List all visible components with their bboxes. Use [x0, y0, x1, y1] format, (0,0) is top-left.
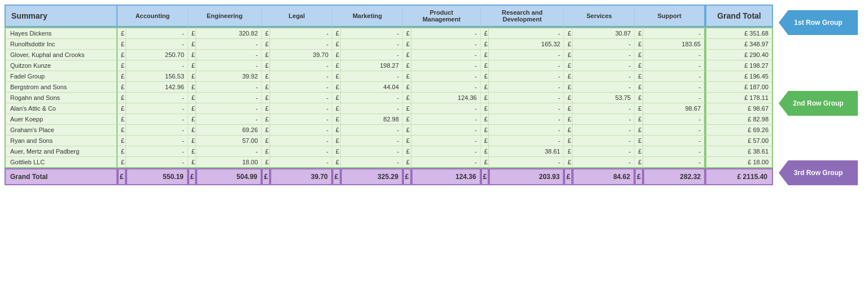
- currency-symbol-services: £: [564, 93, 572, 103]
- currency-symbol-legal: £: [262, 82, 270, 93]
- 3rd-row-group-arrow: 3rd Row Group: [779, 160, 858, 185]
- val-support: 98.67: [643, 103, 705, 114]
- currency-symbol-accounting: £: [118, 136, 126, 146]
- currency-symbol-marketing: £: [332, 103, 341, 114]
- 1st-row-group-label: 1st Row Group: [794, 19, 842, 27]
- val-marketing: 82.98: [341, 114, 403, 125]
- val-marketing: -: [341, 27, 403, 39]
- val-engineering: -: [196, 82, 262, 93]
- col-header-accounting: Accounting: [118, 5, 188, 27]
- currency-symbol-marketing: £: [332, 136, 341, 146]
- currency-symbol-accounting: £: [118, 125, 126, 136]
- val-engineering: 57.00: [196, 136, 262, 146]
- val-services: 30.87: [572, 27, 635, 39]
- grand-total-header: Grand Total: [705, 5, 773, 27]
- val-engineering: -: [196, 114, 262, 125]
- val-research: -: [489, 157, 564, 168]
- currency-symbol-services: £: [564, 136, 572, 146]
- currency-symbol-support: £: [635, 114, 643, 125]
- val-support: -: [643, 93, 705, 103]
- val-research: -: [489, 136, 564, 146]
- currency-symbol-services: £: [564, 114, 572, 125]
- currency-symbol-engineering: £: [188, 114, 197, 125]
- currency-symbol-accounting: £: [118, 157, 126, 168]
- val-services: -: [572, 146, 635, 157]
- val-services: -: [572, 71, 635, 82]
- gt-currency-marketing: £: [332, 168, 341, 185]
- val-product: -: [411, 39, 481, 50]
- currency-symbol-engineering: £: [188, 71, 197, 82]
- currency-symbol-product: £: [403, 93, 411, 103]
- currency-symbol-accounting: £: [118, 50, 126, 60]
- row-name: Runolfsdottir Inc: [5, 39, 118, 50]
- currency-symbol-research: £: [481, 71, 489, 82]
- val-accounting: -: [126, 27, 188, 39]
- val-research: -: [489, 82, 564, 93]
- row-name: Quitzon Kunze: [5, 60, 118, 71]
- val-product: -: [411, 146, 481, 157]
- row-grand-total: £ 98.67: [705, 103, 773, 114]
- val-product: -: [411, 136, 481, 146]
- val-legal: -: [270, 82, 332, 93]
- val-legal: -: [270, 103, 332, 114]
- val-marketing: -: [341, 71, 403, 82]
- col-header-legal: Legal: [262, 5, 332, 27]
- currency-symbol-research: £: [481, 103, 489, 114]
- table-row: Gottlieb LLC£-£18.00£-£-£-£-£-£-£ 18.00: [5, 157, 773, 168]
- val-research: 165.32: [489, 39, 564, 50]
- currency-symbol-services: £: [564, 71, 572, 82]
- currency-symbol-marketing: £: [332, 93, 341, 103]
- currency-symbol-services: £: [564, 39, 572, 50]
- val-research: -: [489, 50, 564, 60]
- table-row: Hayes Dickens£-£320.82£-£-£-£-£30.87£-£ …: [5, 27, 773, 39]
- row-grand-total: £ 351.68: [705, 27, 773, 39]
- currency-symbol-engineering: £: [188, 146, 197, 157]
- table-row: Bergstrom and Sons£142.96£-£-£44.04£-£-£…: [5, 82, 773, 93]
- val-services: -: [572, 50, 635, 60]
- currency-symbol-engineering: £: [188, 136, 197, 146]
- val-engineering: 39.92: [196, 71, 262, 82]
- currency-symbol-product: £: [403, 114, 411, 125]
- currency-symbol-marketing: £: [332, 114, 341, 125]
- gt-val-research: 203.93: [489, 168, 564, 185]
- currency-symbol-legal: £: [262, 146, 270, 157]
- row-grand-total: £ 187.00: [705, 82, 773, 93]
- row-groups-section: 1st Row Group 2nd Row Group 3rd Row Grou…: [773, 5, 863, 185]
- table-row: Quitzon Kunze£-£-£-£198.27£-£-£-£-£ 198.…: [5, 60, 773, 71]
- gt-val-legal: 39.70: [270, 168, 332, 185]
- currency-symbol-legal: £: [262, 157, 270, 168]
- currency-symbol-marketing: £: [332, 82, 341, 93]
- currency-symbol-research: £: [481, 93, 489, 103]
- col-header-product: Product Management: [403, 5, 481, 27]
- currency-symbol-engineering: £: [188, 27, 197, 39]
- val-marketing: -: [341, 93, 403, 103]
- 1st-row-group-arrow: 1st Row Group: [779, 10, 858, 35]
- val-services: 53.75: [572, 93, 635, 103]
- val-services: -: [572, 39, 635, 50]
- gt-currency-research: £: [481, 168, 489, 185]
- currency-symbol-research: £: [481, 114, 489, 125]
- gt-val-support: 282.32: [643, 168, 705, 185]
- row-grand-total: £ 198.27: [705, 60, 773, 71]
- table-section: Summary Accounting Engineering Legal Mar…: [5, 5, 773, 185]
- val-accounting: 142.96: [126, 82, 188, 93]
- val-legal: -: [270, 114, 332, 125]
- val-accounting: -: [126, 39, 188, 50]
- gt-total: £ 2115.40: [705, 168, 773, 185]
- row-name: Alan's Attic & Co: [5, 103, 118, 114]
- val-services: -: [572, 136, 635, 146]
- gt-val-marketing: 325.29: [341, 168, 403, 185]
- gt-currency-product: £: [403, 168, 411, 185]
- val-research: 38.61: [489, 146, 564, 157]
- currency-symbol-legal: £: [262, 136, 270, 146]
- currency-symbol-marketing: £: [332, 50, 341, 60]
- currency-symbol-product: £: [403, 136, 411, 146]
- currency-symbol-services: £: [564, 125, 572, 136]
- 3rd-row-group-label: 3rd Row Group: [794, 169, 843, 177]
- val-accounting: -: [126, 157, 188, 168]
- val-support: -: [643, 136, 705, 146]
- currency-symbol-accounting: £: [118, 103, 126, 114]
- currency-symbol-support: £: [635, 71, 643, 82]
- val-marketing: -: [341, 103, 403, 114]
- currency-symbol-engineering: £: [188, 125, 197, 136]
